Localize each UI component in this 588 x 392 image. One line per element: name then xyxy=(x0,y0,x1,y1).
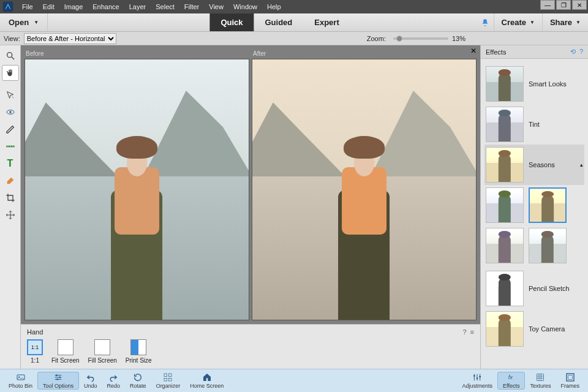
after-image[interactable] xyxy=(252,59,477,320)
menu-bar: File Edit Image Enhance Layer Select Fil… xyxy=(0,0,588,13)
tool-options-title: Hand xyxy=(27,328,43,336)
effects-title: Effects xyxy=(486,48,506,56)
menu-image[interactable]: Image xyxy=(59,3,88,10)
tool-strip: T xyxy=(0,45,21,369)
svg-rect-20 xyxy=(477,378,478,379)
menu-select[interactable]: Select xyxy=(151,3,179,10)
before-panel: Before xyxy=(24,49,249,320)
zoom-slider-thumb[interactable] xyxy=(396,36,402,42)
menu-view[interactable]: View xyxy=(204,3,228,10)
bb-textures[interactable]: Textures xyxy=(525,372,556,389)
spot-heal-tool[interactable] xyxy=(2,173,19,189)
fx-tint[interactable]: Tint xyxy=(484,104,584,145)
eye-tool[interactable] xyxy=(2,104,19,120)
main-area: T ✕ Before After xyxy=(0,45,588,369)
reset-icon[interactable]: ⟲ xyxy=(570,48,576,56)
opt-print-size[interactable]: Print Size xyxy=(126,339,152,364)
open-button[interactable]: Open ▼ xyxy=(0,13,48,31)
straighten-tool[interactable] xyxy=(2,138,19,154)
opt-fit-screen[interactable]: Fit Screen xyxy=(51,339,80,364)
opt-one-to-one[interactable]: 1:11:1 xyxy=(27,339,43,364)
tab-expert[interactable]: Expert xyxy=(303,13,350,31)
chevron-down-icon: ▼ xyxy=(530,20,535,25)
svg-point-4 xyxy=(9,111,11,113)
svg-rect-14 xyxy=(164,374,167,377)
share-button[interactable]: Share ▼ xyxy=(542,13,588,31)
season-variant-1[interactable] xyxy=(486,187,524,223)
zoom-group: Zoom: 13% xyxy=(367,35,466,42)
view-zoom-bar: View: Before & After - Horizontal Zoom: … xyxy=(0,32,588,45)
close-document-icon[interactable]: ✕ xyxy=(470,47,477,55)
fx-seasons-variants xyxy=(484,185,584,268)
create-button[interactable]: Create ▼ xyxy=(494,13,542,31)
svg-rect-23 xyxy=(537,374,544,381)
season-variant-2[interactable] xyxy=(529,187,567,223)
before-after-view: Before After xyxy=(21,45,480,324)
bb-organizer[interactable]: Organizer xyxy=(151,372,186,389)
bb-adjustments[interactable]: Adjustments xyxy=(458,372,498,389)
menu-edit[interactable]: Edit xyxy=(38,3,59,10)
notifications-icon[interactable] xyxy=(477,18,494,27)
view-mode-select[interactable]: Before & After - Horizontal xyxy=(24,33,116,44)
open-label: Open xyxy=(9,18,29,27)
svg-point-13 xyxy=(56,379,58,380)
fx-seasons[interactable]: Seasons ▴ xyxy=(484,145,584,185)
bb-frames[interactable]: Frames xyxy=(556,372,584,389)
svg-rect-25 xyxy=(568,375,572,380)
app-toolbar: Open ▼ Quick Guided Expert Create ▼ Shar… xyxy=(0,13,588,32)
right-actions: Create ▼ Share ▼ xyxy=(477,13,588,31)
menu-layer[interactable]: Layer xyxy=(124,3,151,10)
bb-rotate[interactable]: Rotate xyxy=(125,372,151,389)
chevron-down-icon: ▼ xyxy=(34,20,39,25)
hand-tool[interactable] xyxy=(2,65,19,81)
svg-text:fx: fx xyxy=(508,374,513,380)
svg-point-11 xyxy=(56,374,58,376)
window-controls: — ❐ ✕ xyxy=(540,0,587,10)
share-label: Share xyxy=(550,18,572,27)
panel-menu-icon[interactable]: ≡ xyxy=(470,328,474,336)
menu-help[interactable]: Help xyxy=(262,3,286,10)
before-label: Before xyxy=(24,49,249,59)
bb-undo[interactable]: Undo xyxy=(79,372,102,389)
effects-panel: Effects ⟲ ? Smart Looks Tint Seasons ▴ xyxy=(480,45,588,369)
chevron-down-icon: ▼ xyxy=(576,20,581,25)
zoom-slider[interactable] xyxy=(393,37,448,40)
mode-tabs: Quick Guided Expert xyxy=(209,13,350,31)
tab-quick[interactable]: Quick xyxy=(209,13,254,31)
help-icon[interactable]: ? xyxy=(579,48,583,56)
quick-select-tool[interactable] xyxy=(2,87,19,103)
zoom-label: Zoom: xyxy=(367,35,386,42)
crop-tool[interactable] xyxy=(2,190,19,206)
type-tool[interactable]: T xyxy=(2,156,19,172)
window-minimize-button[interactable]: — xyxy=(540,0,555,10)
move-tool[interactable] xyxy=(2,207,19,223)
bb-effects[interactable]: fxEffects xyxy=(497,372,525,390)
window-close-button[interactable]: ✕ xyxy=(572,0,587,10)
menu-filter[interactable]: Filter xyxy=(179,3,204,10)
tab-guided[interactable]: Guided xyxy=(254,13,304,31)
opt-fill-screen[interactable]: Fill Screen xyxy=(88,339,117,364)
bb-home-screen[interactable]: Home Screen xyxy=(185,372,228,389)
bb-redo[interactable]: Redo xyxy=(102,372,126,389)
before-image[interactable] xyxy=(24,59,249,320)
effects-list[interactable]: Smart Looks Tint Seasons ▴ Pencil Sketch xyxy=(481,59,588,369)
svg-point-1 xyxy=(7,53,12,58)
help-icon[interactable]: ? xyxy=(462,328,466,336)
menu-window[interactable]: Window xyxy=(228,3,262,10)
canvas-area: ✕ Before After xyxy=(21,45,480,369)
window-maximize-button[interactable]: ❐ xyxy=(556,0,571,10)
bb-photo-bin[interactable]: Photo Bin xyxy=(4,372,37,389)
menu-enhance[interactable]: Enhance xyxy=(88,3,124,10)
fx-pencil-sketch[interactable]: Pencil Sketch xyxy=(484,268,584,309)
season-variant-4[interactable] xyxy=(529,228,567,263)
season-variant-3[interactable] xyxy=(486,228,524,263)
svg-rect-24 xyxy=(567,374,574,381)
menu-file[interactable]: File xyxy=(17,3,38,10)
whiten-tool[interactable] xyxy=(2,121,19,137)
bb-tool-options[interactable]: Tool Options xyxy=(37,372,79,390)
svg-rect-0 xyxy=(3,2,13,12)
after-panel: After xyxy=(252,49,477,320)
fx-toy-camera[interactable]: Toy Camera xyxy=(484,309,584,349)
fx-smart-looks[interactable]: Smart Looks xyxy=(484,64,584,104)
zoom-tool[interactable] xyxy=(2,48,19,64)
